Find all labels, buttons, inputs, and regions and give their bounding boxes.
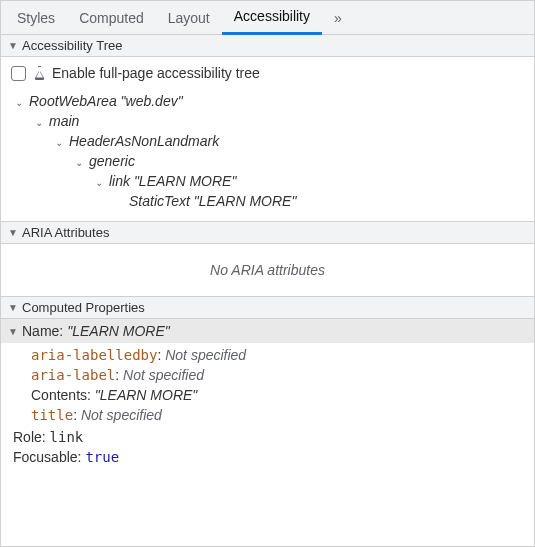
tree-node-label: StaticText "LEARN MORE"	[129, 193, 296, 209]
computed-name-row[interactable]: ▼ Name: "LEARN MORE"	[1, 319, 534, 343]
attr-name: aria-labelledby	[31, 347, 157, 363]
tree-node-label: link "LEARN MORE"	[109, 173, 236, 189]
focusable-value: true	[85, 449, 119, 465]
computed-name-value: "LEARN MORE"	[67, 323, 170, 339]
twisty-icon: ⌄	[35, 117, 45, 128]
tab-layout[interactable]: Layout	[156, 1, 222, 35]
disclosure-triangle-icon: ▼	[7, 40, 19, 51]
tree-node[interactable]: StaticText "LEARN MORE"	[7, 191, 528, 211]
tree-node-label: HeaderAsNonLandmark	[69, 133, 219, 149]
focusable-label: Focusable:	[13, 449, 85, 465]
attr-name: Contents	[31, 387, 87, 403]
panel-tabs: Styles Computed Layout Accessibility »	[1, 1, 534, 35]
section-header-aria-attributes[interactable]: ▼ ARIA Attributes	[1, 221, 534, 244]
section-title: ARIA Attributes	[22, 225, 109, 240]
disclosure-triangle-icon: ▼	[7, 326, 19, 337]
aria-empty-text: No ARIA attributes	[7, 248, 528, 292]
accessibility-tree-panel: Enable full-page accessibility tree ⌄ Ro…	[1, 57, 534, 221]
tree-node[interactable]: ⌄ link "LEARN MORE"	[7, 171, 528, 191]
tree-node[interactable]: ⌄ main	[7, 111, 528, 131]
attr-name: aria-label	[31, 367, 115, 383]
twisty-icon: ⌄	[75, 157, 85, 168]
name-source-row: Contents: "LEARN MORE"	[31, 385, 534, 405]
name-source-row: aria-labelledby: Not specified	[31, 345, 534, 365]
tree-node-label: generic	[89, 153, 135, 169]
tree-node[interactable]: ⌄ generic	[7, 151, 528, 171]
attr-value: Not specified	[123, 367, 204, 383]
tree-node[interactable]: ⌄ HeaderAsNonLandmark	[7, 131, 528, 151]
role-value: link	[50, 429, 84, 445]
computed-name-label: Name:	[22, 323, 63, 339]
computed-properties-panel: ▼ Name: "LEARN MORE" aria-labelledby: No…	[1, 319, 534, 467]
tab-styles[interactable]: Styles	[5, 1, 67, 35]
name-source-row: aria-label: Not specified	[31, 365, 534, 385]
tab-accessibility[interactable]: Accessibility	[222, 1, 322, 35]
aria-attributes-panel: No ARIA attributes	[1, 244, 534, 296]
computed-name-sources: aria-labelledby: Not specified aria-labe…	[1, 343, 534, 427]
computed-focusable-row: Focusable: true	[1, 447, 534, 467]
section-header-computed-properties[interactable]: ▼ Computed Properties	[1, 296, 534, 319]
attr-value: Not specified	[165, 347, 246, 363]
twisty-icon: ⌄	[95, 177, 105, 188]
section-title: Accessibility Tree	[22, 38, 122, 53]
tree-node[interactable]: ⌄ RootWebArea "web.dev"	[7, 91, 528, 111]
tree-node-label: RootWebArea "web.dev"	[29, 93, 183, 109]
computed-role-row: Role: link	[1, 427, 534, 447]
role-label: Role:	[13, 429, 50, 445]
twisty-icon: ⌄	[55, 137, 65, 148]
name-source-row: title: Not specified	[31, 405, 534, 425]
twisty-icon: ⌄	[15, 97, 25, 108]
section-title: Computed Properties	[22, 300, 145, 315]
attr-name: title	[31, 407, 73, 423]
tab-computed[interactable]: Computed	[67, 1, 156, 35]
disclosure-triangle-icon: ▼	[7, 302, 19, 313]
disclosure-triangle-icon: ▼	[7, 227, 19, 238]
attr-value: Not specified	[81, 407, 162, 423]
accessibility-tree: ⌄ RootWebArea "web.dev" ⌄ main ⌄ HeaderA…	[7, 89, 528, 217]
enable-full-page-tree-row: Enable full-page accessibility tree	[7, 61, 528, 89]
section-header-accessibility-tree[interactable]: ▼ Accessibility Tree	[1, 35, 534, 57]
tabs-overflow-button[interactable]: »	[322, 10, 354, 26]
enable-full-page-tree-label: Enable full-page accessibility tree	[52, 65, 260, 81]
enable-full-page-tree-checkbox[interactable]	[11, 66, 26, 81]
twisty-icon	[115, 197, 125, 208]
experiment-icon	[32, 66, 46, 80]
attr-value: "LEARN MORE"	[95, 387, 198, 403]
tree-node-label: main	[49, 113, 79, 129]
